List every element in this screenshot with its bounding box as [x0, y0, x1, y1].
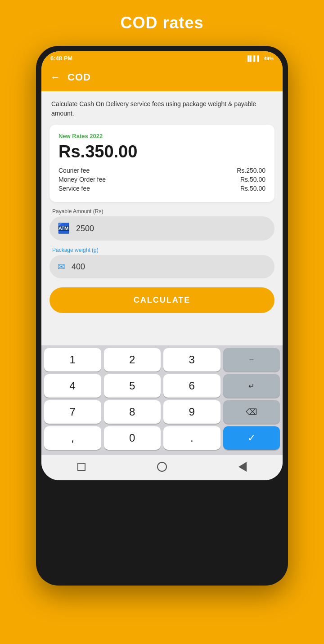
rates-card: New Rates 2022 Rs.350.00 Courier fee Rs.…	[50, 125, 274, 202]
total-amount: Rs.350.00	[58, 142, 266, 161]
nav-circle-icon	[157, 462, 167, 472]
calculate-button[interactable]: CALCULATE	[50, 287, 274, 313]
new-rates-label: New Rates 2022	[58, 133, 266, 139]
fee-row-courier: Courier fee Rs.250.00	[58, 167, 266, 174]
phone-frame: 6:48 PM ▐▌▌▌ 49% ← COD Calculate Cash On…	[36, 46, 288, 586]
battery-percent: 49%	[264, 56, 274, 61]
status-time: 6:48 PM	[50, 55, 72, 62]
fee-row-money-order: Money Order fee Rs.50.00	[58, 176, 266, 183]
service-fee-label: Service fee	[58, 185, 90, 192]
package-weight-group: Package weight (g) ✉ 400	[50, 247, 274, 278]
package-weight-input[interactable]: ✉ 400	[50, 255, 274, 278]
key-comma[interactable]: ,	[44, 426, 101, 450]
key-6[interactable]: 6	[163, 374, 220, 398]
key-5[interactable]: 5	[104, 374, 161, 398]
key-7[interactable]: 7	[44, 400, 101, 424]
money-order-fee-label: Money Order fee	[58, 176, 106, 183]
keyboard-row-2: 4 5 6 ↵	[44, 374, 280, 398]
key-enter[interactable]: ↵	[223, 374, 280, 398]
keyboard-row-3: 7 8 9 ⌫	[44, 400, 280, 424]
nav-square-icon	[77, 463, 86, 471]
package-weight-label: Package weight (g)	[50, 247, 274, 253]
key-check[interactable]: ✓	[223, 426, 280, 450]
package-weight-value: 400	[72, 262, 85, 272]
key-9[interactable]: 9	[163, 400, 220, 424]
key-8[interactable]: 8	[104, 400, 161, 424]
page-title: COD rates	[120, 13, 203, 32]
key-backspace[interactable]: ⌫	[223, 400, 280, 424]
content-area: Calculate Cash On Delivery service fees …	[41, 91, 283, 345]
nav-bar	[41, 455, 283, 480]
key-minus[interactable]: −	[223, 348, 280, 371]
status-right: ▐▌▌▌ 49%	[246, 55, 274, 62]
phone-screen: 6:48 PM ▐▌▌▌ 49% ← COD Calculate Cash On…	[41, 51, 283, 480]
courier-fee-label: Courier fee	[58, 167, 90, 174]
nav-back-button[interactable]	[236, 461, 249, 473]
description-text: Calculate Cash On Delivery service fees …	[50, 99, 274, 118]
mail-icon: ✉	[58, 261, 65, 272]
nav-square-button[interactable]	[75, 461, 88, 473]
app-bar: ← COD	[41, 65, 283, 91]
keyboard-row-4: , 0 . ✓	[44, 426, 280, 450]
key-3[interactable]: 3	[163, 348, 220, 371]
battery-icon: 49%	[264, 56, 274, 61]
app-bar-title: COD	[68, 72, 91, 83]
key-dot[interactable]: .	[163, 426, 220, 450]
payable-amount-value: 2500	[76, 224, 94, 233]
nav-home-button[interactable]	[156, 461, 168, 473]
key-4[interactable]: 4	[44, 374, 101, 398]
payable-amount-label: Payable Amount (Rs)	[50, 208, 274, 215]
service-fee-value: Rs.50.00	[240, 185, 266, 192]
payable-amount-input[interactable]: 🏧 2500	[50, 216, 274, 241]
key-1[interactable]: 1	[44, 348, 101, 371]
money-icon: 🏧	[58, 223, 70, 234]
key-2[interactable]: 2	[104, 348, 161, 371]
payable-amount-group: Payable Amount (Rs) 🏧 2500	[50, 208, 274, 241]
nav-triangle-icon	[238, 462, 247, 472]
key-0[interactable]: 0	[104, 426, 161, 450]
status-bar: 6:48 PM ▐▌▌▌ 49%	[41, 51, 283, 65]
back-button[interactable]: ←	[50, 72, 60, 83]
courier-fee-value: Rs.250.00	[237, 167, 266, 174]
keyboard-row-1: 1 2 3 −	[44, 348, 280, 371]
fee-row-service: Service fee Rs.50.00	[58, 185, 266, 192]
signal-icon: ▐▌▌▌	[246, 55, 261, 62]
keyboard-area: 1 2 3 − 4 5 6 ↵ 7 8 9 ⌫ , 0	[41, 345, 283, 455]
money-order-fee-value: Rs.50.00	[240, 176, 266, 183]
spacer	[50, 319, 274, 337]
